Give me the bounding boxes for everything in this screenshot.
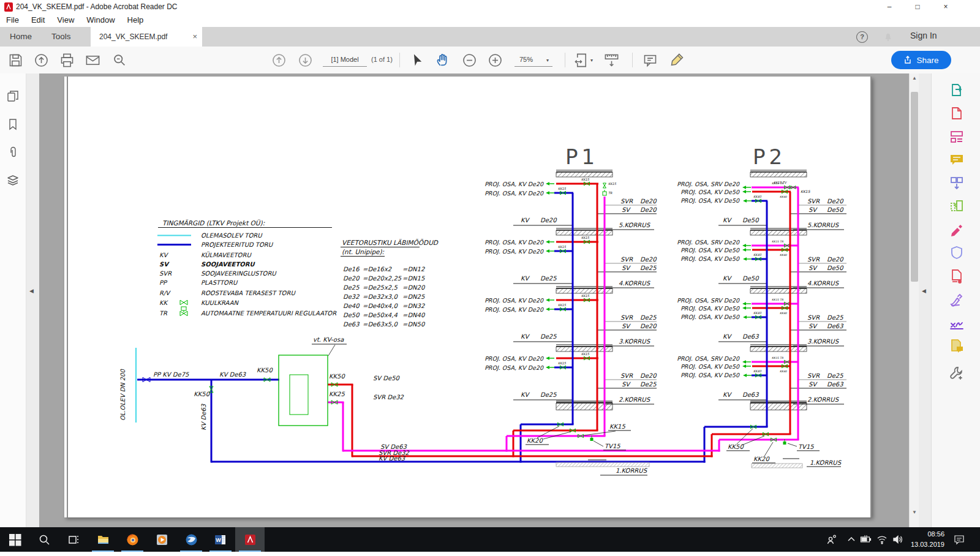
volume-icon[interactable] xyxy=(892,533,904,546)
upload-icon[interactable] xyxy=(33,52,50,69)
zoom-level-field[interactable]: 75% ▾ xyxy=(514,53,552,67)
tab-home[interactable]: Home xyxy=(2,27,39,47)
svg-text:VEETORUSTIKU LÄBIMÕÕDUD: VEETORUSTIKU LÄBIMÕÕDUD xyxy=(342,239,439,246)
file-explorer-icon[interactable] xyxy=(88,527,118,552)
stamp-icon[interactable] xyxy=(949,338,965,354)
vertical-scrollbar[interactable]: ▲ ▼ xyxy=(909,73,919,527)
share-button[interactable]: Share xyxy=(891,51,951,69)
scrollbar-thumb[interactable] xyxy=(911,92,918,282)
people-tray-icon[interactable] xyxy=(826,533,838,546)
menu-window[interactable]: Window xyxy=(80,14,121,26)
tab-document[interactable]: 204_VK_SKEEM.pdf × xyxy=(91,27,202,47)
attachments-icon[interactable] xyxy=(6,146,20,159)
tab-bar: Home Tools 204_VK_SKEEM.pdf × ? Sign In xyxy=(0,27,980,47)
collapse-right-panel-icon[interactable]: ◀ xyxy=(922,288,926,294)
previous-page-icon[interactable] xyxy=(271,52,287,69)
next-page-icon[interactable] xyxy=(297,52,314,69)
organize-pages-icon[interactable] xyxy=(949,198,965,214)
svg-text:PP: PP xyxy=(159,279,168,286)
help-icon[interactable]: ? xyxy=(856,31,868,43)
request-signatures-icon[interactable] xyxy=(949,315,965,331)
print-icon[interactable] xyxy=(59,52,75,69)
media-player-icon[interactable] xyxy=(147,527,176,552)
comment-icon[interactable] xyxy=(949,152,965,168)
svg-text:KV: KV xyxy=(521,217,530,224)
maximize-button[interactable]: □ xyxy=(903,0,932,13)
svg-text:=De63x5,0: =De63x5,0 xyxy=(363,321,398,328)
taskbar-clock[interactable]: 08:56 13.03.2019 xyxy=(908,529,944,550)
collapse-left-panel-icon[interactable]: ◀ xyxy=(29,288,34,294)
svg-text:PROJ. OSA, KV De50: PROJ. OSA, KV De50 xyxy=(680,305,740,312)
thunderbird-icon[interactable] xyxy=(176,527,206,552)
scroll-down-icon[interactable]: ▼ xyxy=(910,508,919,517)
svg-text:=De25x2,5: =De25x2,5 xyxy=(363,284,398,291)
comment-tool-icon[interactable] xyxy=(642,52,658,69)
svg-text:PROJ. OSA, KV De50: PROJ. OSA, KV De50 xyxy=(680,255,740,262)
notifications-bell-icon[interactable] xyxy=(883,31,894,42)
search-icon[interactable] xyxy=(29,527,59,552)
svg-text:2.KORRUS: 2.KORRUS xyxy=(807,396,840,403)
more-tools-icon[interactable] xyxy=(949,365,965,381)
svg-text:KK15 TV: KK15 TV xyxy=(774,181,788,184)
svg-text:5.KORRUS: 5.KORRUS xyxy=(807,222,840,228)
action-center-icon[interactable] xyxy=(953,533,965,546)
svg-text:KK15: KK15 xyxy=(581,294,590,298)
page-indicator-field[interactable]: [1] Model xyxy=(323,53,367,67)
protect-icon[interactable] xyxy=(949,245,965,261)
select-tool-icon[interactable] xyxy=(409,52,426,69)
highlight-pen-icon[interactable] xyxy=(669,52,685,69)
menu-file[interactable]: File xyxy=(0,14,25,26)
highlight-icon[interactable] xyxy=(949,222,965,238)
scroll-up-icon[interactable]: ▲ xyxy=(910,74,919,83)
combine-files-icon[interactable] xyxy=(949,175,965,191)
zoom-out-icon[interactable] xyxy=(461,52,478,69)
create-pdf-icon[interactable] xyxy=(949,105,965,121)
svg-text:KV: KV xyxy=(723,391,733,398)
email-icon[interactable] xyxy=(85,52,101,69)
minimize-button[interactable]: – xyxy=(875,0,903,13)
start-button[interactable] xyxy=(0,527,29,552)
svg-text:3.KORRUS: 3.KORRUS xyxy=(807,338,840,345)
tab-tools[interactable]: Tools xyxy=(44,27,78,47)
svg-text:TV15: TV15 xyxy=(605,443,620,449)
page-thumbnails-icon[interactable] xyxy=(6,89,20,103)
sign-in-link[interactable]: Sign In xyxy=(910,31,937,40)
export-pdf-icon[interactable] xyxy=(949,82,965,98)
menu-edit[interactable]: Edit xyxy=(25,14,51,26)
find-icon[interactable] xyxy=(111,52,128,69)
svg-text:vt. KV-osa: vt. KV-osa xyxy=(313,336,344,343)
svg-text:PROJ. OSA, KV De50: PROJ. OSA, KV De50 xyxy=(680,197,740,204)
edit-pdf-icon[interactable] xyxy=(949,129,965,145)
measure-tool-icon[interactable] xyxy=(603,52,620,69)
svg-text:KK50: KK50 xyxy=(257,367,273,374)
svg-text:De25: De25 xyxy=(540,275,557,282)
menu-bar: FileEditViewWindowHelp xyxy=(0,14,980,27)
menu-help[interactable]: Help xyxy=(121,14,150,26)
svg-text:KV De63: KV De63 xyxy=(379,455,405,462)
svg-text:KK20: KK20 xyxy=(753,456,770,462)
firefox-icon[interactable] xyxy=(118,527,147,552)
save-icon[interactable] xyxy=(7,52,24,69)
hand-tool-icon[interactable] xyxy=(435,52,451,69)
bookmarks-icon[interactable] xyxy=(6,118,20,131)
svg-text:PROJ. OSA, SRV De20: PROJ. OSA, SRV De20 xyxy=(677,181,740,187)
tab-close-icon[interactable]: × xyxy=(192,27,197,47)
zoom-in-icon[interactable] xyxy=(487,52,503,69)
word-icon[interactable]: W xyxy=(206,527,235,552)
tray-chevron-icon[interactable] xyxy=(845,533,858,546)
compress-pdf-icon[interactable] xyxy=(949,268,965,284)
svg-text:KK50: KK50 xyxy=(194,391,210,397)
task-view-icon[interactable] xyxy=(59,527,88,552)
menu-view[interactable]: View xyxy=(51,14,80,26)
svg-text:=DN20: =DN20 xyxy=(402,284,426,291)
pdf-page-canvas[interactable]: TINGMÄRGID (LTKV Projekt OÜ):OLEMASOLEV … xyxy=(64,77,872,517)
layers-icon[interactable] xyxy=(6,174,20,187)
svg-text:KK40: KK40 xyxy=(753,195,762,198)
close-button[interactable]: × xyxy=(932,0,960,13)
svg-text:SVR: SVR xyxy=(807,198,820,205)
acrobat-taskbar-icon[interactable] xyxy=(235,527,265,552)
fill-and-sign-icon[interactable] xyxy=(949,291,965,307)
chevron-down-icon[interactable]: ▾ xyxy=(590,58,593,63)
page-fit-icon[interactable] xyxy=(573,52,590,69)
svg-text:De25: De25 xyxy=(343,284,360,291)
